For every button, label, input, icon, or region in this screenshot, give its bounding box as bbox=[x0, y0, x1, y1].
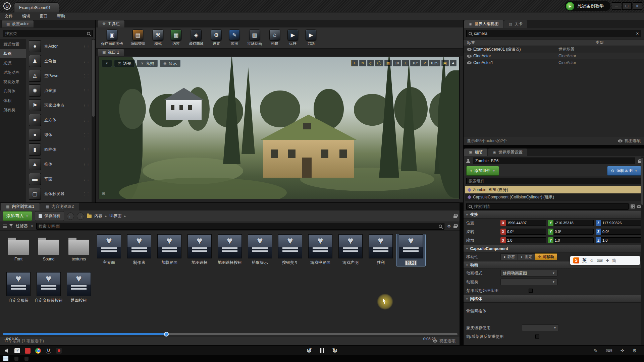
place-actor-tab[interactable]: ▦ 放置actor bbox=[1, 20, 34, 27]
transform-row-label[interactable]: 缩放 bbox=[466, 238, 498, 243]
drag-handle-icon[interactable]: ⋮⋮ bbox=[83, 118, 90, 122]
taskbar-app-icon[interactable] bbox=[24, 357, 29, 361]
sogou-logo-icon[interactable]: S bbox=[573, 257, 579, 263]
asset-tile[interactable]: ♥ 拾取提示 bbox=[246, 234, 274, 266]
maximize-button[interactable]: ☐ bbox=[622, 2, 632, 10]
chrome-icon[interactable] bbox=[35, 348, 41, 354]
close-button[interactable]: ✕ bbox=[633, 2, 642, 10]
asset-tile[interactable]: ♥ 按钮交互 bbox=[276, 234, 305, 266]
disable-postprocess-checkbox[interactable] bbox=[529, 289, 533, 293]
taskbar-app-icon[interactable] bbox=[14, 357, 18, 361]
asset-search[interactable] bbox=[36, 223, 444, 230]
asset-tile[interactable]: ♥ 主界面 bbox=[95, 234, 123, 266]
video-seek-bar[interactable] bbox=[3, 333, 458, 335]
menu-item[interactable]: 窗口 bbox=[40, 13, 48, 19]
asset-tile[interactable]: ♥ 游戏中界面 bbox=[306, 234, 335, 266]
drag-handle-icon[interactable]: ⋮⋮ bbox=[83, 147, 90, 152]
search-input[interactable] bbox=[5, 31, 85, 36]
actor-item[interactable]: ✺ 点光源 ⋮⋮ bbox=[26, 83, 95, 98]
outliner-row[interactable]: CineActor1 CineActor bbox=[464, 59, 644, 66]
viewport-3d[interactable]: ▼ ◳ 透视 ☀ 光照 ◉ 显示 ✛ ↻ ◇ ◯ ▦ 10 ∠ 10° ↗ 0.… bbox=[99, 57, 460, 199]
drag-handle-icon[interactable]: ⋮⋮ bbox=[83, 59, 90, 63]
settings-gear-icon[interactable]: ⚙ bbox=[447, 224, 451, 229]
grid-snap-icon[interactable]: ▦ bbox=[384, 60, 392, 66]
keyboard-icon[interactable]: ⌨ bbox=[605, 348, 612, 353]
z-value-field[interactable]: 0.0° bbox=[601, 229, 641, 235]
ime-tool-icon[interactable]: ✚ bbox=[606, 258, 609, 263]
filter-funnel-icon[interactable] bbox=[9, 224, 13, 228]
place-category[interactable]: 所有类 bbox=[0, 105, 26, 115]
edit-blueprint-button[interactable]: ⚙ 编辑蓝图 ▼ bbox=[607, 166, 641, 176]
details-scrollbar[interactable] bbox=[641, 157, 644, 345]
transform-row-label[interactable]: 位置 bbox=[466, 220, 498, 226]
seek-handle[interactable] bbox=[164, 332, 169, 337]
ime-tool-icon[interactable]: ⌨ bbox=[597, 258, 602, 263]
asset-tile[interactable]: ♥ 地图选择按钮 bbox=[215, 234, 244, 266]
world-space-button[interactable]: ◯ bbox=[375, 60, 383, 66]
visibility-eye-icon[interactable] bbox=[467, 61, 472, 64]
drag-handle-icon[interactable]: ⋮⋮ bbox=[83, 177, 90, 181]
details-tab[interactable]: ▣ 细节 bbox=[464, 148, 487, 156]
skin-cache-dropdown[interactable]: ▼ bbox=[522, 324, 559, 331]
actor-item[interactable]: ♙ 空Pawn ⋮⋮ bbox=[26, 68, 95, 83]
place-category[interactable]: 视觉效果 bbox=[0, 77, 26, 86]
pencil-icon[interactable]: ✎ bbox=[594, 348, 598, 353]
mobility-option[interactable]: ◐ 固定 bbox=[518, 253, 535, 260]
lock-icon[interactable] bbox=[453, 226, 457, 228]
add-component-button[interactable]: + 添加组件 ▼ bbox=[466, 166, 499, 176]
content-browser-tab[interactable]: ▦ 内容浏览器1 bbox=[1, 203, 40, 210]
camera-speed-icon[interactable]: ▣ bbox=[441, 60, 449, 66]
camera-speed-value[interactable]: 4 bbox=[450, 60, 457, 66]
asset-search-input[interactable] bbox=[39, 224, 437, 229]
level-tab[interactable]: ExampleScene01 bbox=[14, 2, 59, 12]
x-value-field[interactable]: 0.0° bbox=[506, 229, 546, 235]
actor-class-search[interactable] bbox=[3, 30, 93, 37]
mobility-option[interactable]: ✛ 可移动 bbox=[535, 253, 557, 260]
viewport-tab[interactable]: ▣ 视口 1 bbox=[97, 49, 124, 56]
place-category[interactable]: 基础 bbox=[0, 49, 26, 58]
mobility-option[interactable]: ● 静态 bbox=[500, 253, 518, 260]
speaker-icon[interactable] bbox=[5, 348, 10, 353]
viewport-menu-button[interactable]: ▼ bbox=[102, 60, 112, 67]
menu-item[interactable]: 帮助 bbox=[57, 13, 65, 19]
toolbar-tab[interactable]: ⚒ 工具栏 bbox=[97, 20, 125, 27]
viewport-grab-icon[interactable]: ⊕ bbox=[102, 191, 106, 196]
details-tab[interactable]: ◉ 世界场景设置 bbox=[488, 148, 527, 156]
rotate-tool-button[interactable]: ↻ bbox=[359, 60, 366, 66]
scale-tool-button[interactable]: ◇ bbox=[367, 60, 374, 66]
settings-gear-icon[interactable]: ⚙ bbox=[632, 348, 637, 353]
z-value-field[interactable]: 1.0 bbox=[601, 237, 641, 243]
forward-30-button[interactable]: ↻30 bbox=[332, 347, 338, 354]
asset-tile[interactable]: ♥ 地图选择 bbox=[185, 234, 214, 266]
toolbar-button[interactable]: ▶ 启动 bbox=[302, 29, 320, 47]
grid-snap-value[interactable]: 10 bbox=[393, 60, 401, 66]
capsule-section-header[interactable]: ▾ CapsuleComponent bbox=[464, 245, 644, 252]
y-value-field[interactable]: 0.0° bbox=[553, 229, 594, 235]
details-search-input[interactable] bbox=[474, 204, 626, 209]
outliner-tab[interactable]: ◉ 世界大纲视图 bbox=[464, 20, 503, 28]
y-value-field[interactable]: -216.35318 bbox=[553, 220, 594, 226]
simplified-chinese-toggle[interactable]: 简 bbox=[612, 258, 616, 263]
outliner-row[interactable]: ExampleScene01 (编辑器) 世界场景 bbox=[464, 46, 644, 53]
reuse-checkbox[interactable] bbox=[535, 335, 539, 339]
toolbar-button[interactable]: ▥ 过场动画 bbox=[244, 29, 266, 47]
actor-item[interactable]: ▬ 平面 ⋮⋮ bbox=[26, 172, 95, 186]
minimize-button[interactable]: ─ bbox=[612, 2, 621, 10]
sources-panel-icon[interactable] bbox=[3, 225, 7, 228]
actor-item[interactable]: ● 空Actor ⋮⋮ bbox=[26, 39, 95, 54]
lit-mode-button[interactable]: ☀ 光照 bbox=[137, 60, 158, 67]
clear-search-icon[interactable]: ✕ bbox=[636, 32, 639, 36]
toolbar-button[interactable]: ▤ 源码管理 bbox=[127, 29, 149, 47]
toolbar-button[interactable]: ▣ 保存当前关卡 bbox=[97, 29, 127, 47]
scale-snap-value[interactable]: 0.25 bbox=[429, 60, 440, 66]
place-category[interactable]: 几何体 bbox=[0, 86, 26, 96]
outliner-row[interactable]: CineActor CineActor bbox=[464, 53, 644, 59]
asset-tile[interactable]: ♥ 制作者 bbox=[125, 234, 154, 266]
actor-item[interactable]: ▲ 椎体 ⋮⋮ bbox=[26, 157, 95, 172]
column-type[interactable]: 类型 bbox=[558, 40, 641, 46]
actor-item[interactable]: ♟ 空角色 ⋮⋮ bbox=[26, 54, 95, 68]
pause-button[interactable] bbox=[320, 348, 324, 353]
actor-name-input[interactable] bbox=[475, 159, 633, 163]
place-category[interactable]: 过场动画 bbox=[0, 68, 26, 77]
column-label[interactable]: 标签 bbox=[467, 40, 475, 46]
